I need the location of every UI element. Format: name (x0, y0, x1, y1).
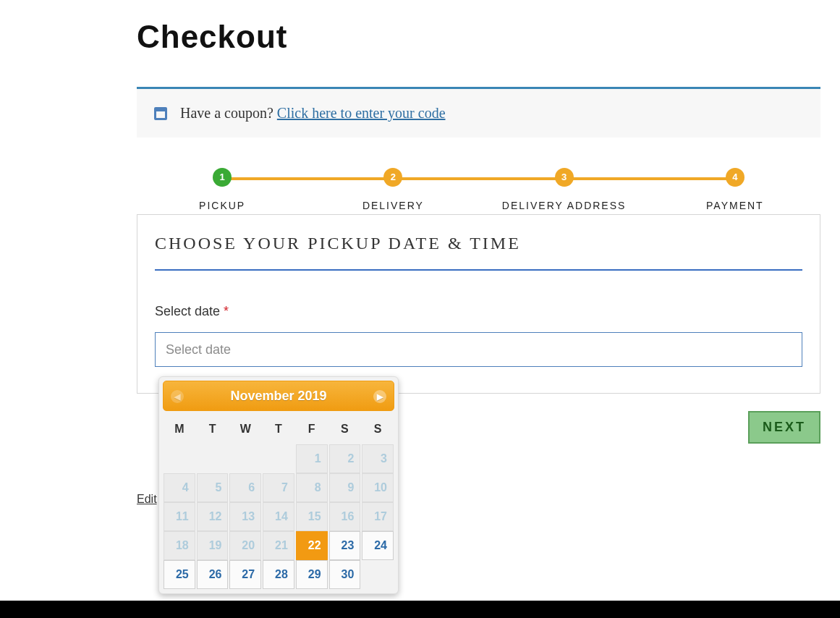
step-pickup[interactable]: 1 PICKUP (137, 168, 307, 211)
pickup-panel: CHOOSE YOUR PICKUP DATE & TIME Select da… (137, 214, 820, 394)
datepicker-day-available[interactable]: 24 (362, 531, 394, 560)
datepicker-week: 11121314151617 (159, 502, 398, 531)
date-label-text: Select date (155, 304, 224, 318)
datepicker-day-past: 2 (329, 444, 361, 473)
datepicker: ◀ November 2019 ▶ M T W T F S S 12345678… (158, 376, 399, 594)
step-dot: 4 (726, 168, 744, 187)
datepicker-week: 252627282930 (159, 560, 398, 589)
checkout-stepper: 1 PICKUP 2 DELIVERY 3 DELIVERY ADDRESS 4… (137, 168, 820, 214)
datepicker-day-available[interactable]: 26 (197, 560, 229, 589)
step-delivery-address[interactable]: 3 DELIVERY ADDRESS (479, 168, 650, 211)
datepicker-day-available[interactable]: 23 (329, 531, 361, 560)
dow-wed: W (229, 418, 261, 440)
datepicker-title: November 2019 (230, 389, 326, 404)
datepicker-day-past: 17 (362, 502, 394, 531)
datepicker-day-today[interactable]: 22 (296, 531, 328, 560)
datepicker-week: 18192021222324 (159, 531, 398, 560)
datepicker-week: 45678910 (159, 473, 398, 502)
datepicker-day-past: 8 (296, 473, 328, 502)
datepicker-day-available[interactable]: 29 (296, 560, 328, 589)
datepicker-day-past: 6 (229, 473, 261, 502)
chevron-left-icon: ◀ (174, 392, 180, 402)
datepicker-dow-row: M T W T F S S (159, 418, 398, 440)
datepicker-day-past: 7 (263, 473, 294, 502)
step-dot: 2 (383, 168, 402, 187)
datepicker-day-available[interactable]: 28 (263, 560, 294, 589)
datepicker-day-available[interactable]: 30 (329, 560, 361, 589)
datepicker-day-past: 12 (197, 502, 229, 531)
datepicker-day-past: 14 (263, 502, 294, 531)
datepicker-week: 123 (159, 444, 398, 473)
dow-sun: S (362, 418, 394, 440)
dow-fri: F (296, 418, 328, 440)
coupon-question: Have a coupon? (180, 105, 277, 121)
coupon-icon (154, 107, 167, 120)
step-payment[interactable]: 4 PAYMENT (650, 168, 820, 211)
coupon-link[interactable]: Click here to enter your code (277, 105, 446, 121)
chevron-right-icon: ▶ (377, 392, 383, 402)
step-dot: 3 (555, 168, 574, 187)
dow-tue: T (197, 418, 229, 440)
dow-sat: S (329, 418, 361, 440)
coupon-notice: Have a coupon? Click here to enter your … (137, 87, 820, 137)
next-button[interactable]: NEXT (748, 411, 820, 444)
step-label: DELIVERY ADDRESS (479, 200, 650, 211)
step-dot: 1 (213, 168, 232, 187)
step-label: PICKUP (137, 200, 307, 211)
dow-mon: M (164, 418, 195, 440)
datepicker-day-past: 20 (229, 531, 261, 560)
required-mark: * (224, 304, 229, 318)
datepicker-day-past: 16 (329, 502, 361, 531)
datepicker-day-past: 9 (329, 473, 361, 502)
prev-month-button: ◀ (171, 390, 184, 403)
panel-title: CHOOSE YOUR PICKUP DATE & TIME (155, 234, 802, 271)
datepicker-day-past: 15 (296, 502, 328, 531)
datepicker-header: ◀ November 2019 ▶ (163, 381, 394, 411)
datepicker-day-past: 5 (197, 473, 229, 502)
datepicker-day-past: 1 (296, 444, 328, 473)
datepicker-day-past: 4 (164, 473, 195, 502)
datepicker-day-past: 11 (164, 502, 195, 531)
datepicker-day-past: 18 (164, 531, 195, 560)
datepicker-day-past: 3 (362, 444, 394, 473)
next-month-button[interactable]: ▶ (373, 390, 386, 403)
datepicker-day-past: 10 (362, 473, 394, 502)
step-delivery[interactable]: 2 DELIVERY (307, 168, 478, 211)
select-date-input[interactable] (155, 332, 802, 367)
datepicker-day-available[interactable]: 25 (164, 560, 195, 589)
datepicker-body: 1234567891011121314151617181920212223242… (159, 444, 398, 589)
edit-link[interactable]: Edit (137, 493, 157, 506)
datepicker-day-past: 19 (197, 531, 229, 560)
page-title: Checkout (137, 19, 820, 55)
date-label: Select date * (155, 304, 802, 319)
datepicker-day-past: 21 (263, 531, 294, 560)
datepicker-day-available[interactable]: 27 (229, 560, 261, 589)
step-label: PAYMENT (650, 200, 820, 211)
dow-thu: T (263, 418, 294, 440)
step-label: DELIVERY (307, 200, 478, 211)
datepicker-day-past: 13 (229, 502, 261, 531)
footer-bar (0, 601, 840, 618)
